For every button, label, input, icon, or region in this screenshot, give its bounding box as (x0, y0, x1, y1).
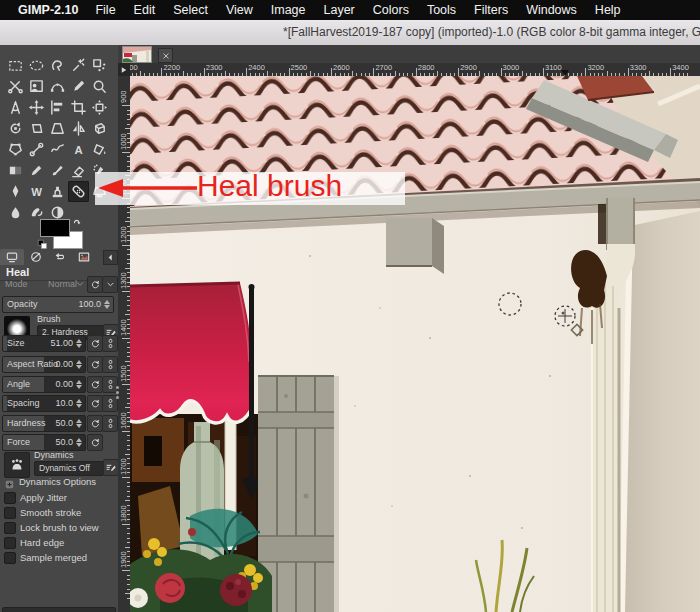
tool-paths[interactable] (47, 76, 68, 97)
sample-merged-checkbox[interactable] (4, 552, 16, 564)
hardness-spinner[interactable] (76, 418, 83, 429)
menu-app-title[interactable]: GIMP-2.10 (10, 3, 86, 17)
angle-spinner[interactable] (76, 379, 83, 390)
tool-blur-sharpen[interactable] (5, 202, 26, 223)
dock-tab-undo-history[interactable] (48, 249, 72, 265)
tool-pencil[interactable] (26, 160, 47, 181)
apply-jitter-checkbox[interactable] (4, 492, 16, 504)
reset-icon (90, 338, 101, 349)
mode-reset-button[interactable] (87, 276, 103, 293)
size-reset-button[interactable] (87, 335, 103, 352)
menu-item-layer[interactable]: Layer (315, 3, 364, 17)
tool-transform-3d[interactable] (89, 118, 110, 139)
angle-reset-button[interactable] (87, 376, 103, 393)
size-link-button[interactable] (102, 335, 118, 352)
tool-handle-transform[interactable] (26, 139, 47, 160)
dock-collapse-button[interactable] (103, 250, 118, 265)
tool-measure[interactable] (5, 97, 26, 118)
dock-tab-images[interactable] (72, 249, 96, 265)
corner-wall (622, 211, 700, 612)
tool-color-picker[interactable] (68, 76, 89, 97)
dock-splitter-handle[interactable] (116, 384, 120, 401)
tool-select-by-color[interactable] (89, 55, 110, 76)
spacing-spinner[interactable] (76, 398, 83, 409)
dynamics-name-field[interactable]: Dynamics Off (34, 461, 104, 476)
tool-eraser[interactable] (68, 160, 89, 181)
tool-foreground-select[interactable] (26, 76, 47, 97)
tool-flip[interactable] (68, 118, 89, 139)
hardness-reset-button[interactable] (87, 415, 103, 432)
tool-unified-transform[interactable] (89, 97, 110, 118)
size-spinner[interactable] (76, 338, 83, 349)
tool-text[interactable]: A (68, 139, 89, 160)
tool-mypaint-brush[interactable]: W (26, 181, 47, 202)
tool-fuzzy-select[interactable] (68, 55, 89, 76)
tool-ink[interactable] (5, 181, 26, 202)
menu-item-file[interactable]: File (86, 3, 124, 17)
tool-rectangle-select[interactable] (5, 55, 26, 76)
menu-item-colors[interactable]: Colors (364, 3, 418, 17)
tool-shear[interactable] (26, 118, 47, 139)
menu-item-help[interactable]: Help (586, 3, 630, 17)
hard-edge-checkbox[interactable] (4, 537, 16, 549)
force-slider[interactable]: Force50.0 (2, 434, 86, 451)
mode-menu-button[interactable] (102, 276, 118, 293)
swap-colors-icon[interactable] (72, 216, 85, 234)
ruler-corner-button[interactable] (118, 63, 130, 76)
tool-crop[interactable] (68, 97, 89, 118)
opacity-slider[interactable]: Opacity 100.0 (2, 296, 114, 313)
hardness-slider[interactable]: Hardness50.0 (2, 415, 86, 432)
force-reset-button[interactable] (87, 434, 103, 451)
tool-align[interactable] (47, 97, 68, 118)
chain-off-icon (105, 338, 116, 349)
menu-item-view[interactable]: View (217, 3, 262, 17)
aspect-ratio-reset-button[interactable] (87, 356, 103, 373)
mode-value[interactable]: Normal (48, 276, 77, 292)
size-slider[interactable]: Size51.00 (2, 335, 86, 352)
close-x-icon (161, 51, 171, 61)
image-tab-thumbnail[interactable] (122, 46, 152, 63)
force-spinner[interactable] (76, 437, 83, 448)
foreground-color-swatch[interactable] (40, 219, 70, 237)
menu-item-windows[interactable]: Windows (517, 3, 586, 17)
tool-heal[interactable] (68, 181, 89, 202)
hardness-link-button[interactable] (102, 415, 118, 432)
aspect-ratio-spinner[interactable] (76, 359, 83, 370)
angle-slider[interactable]: Angle0.00 (2, 376, 86, 393)
tool-bucket-fill[interactable] (89, 139, 110, 160)
menu-item-select[interactable]: Select (164, 3, 217, 17)
tool-gradient[interactable] (5, 160, 26, 181)
tool-warp-transform[interactable] (47, 139, 68, 160)
close-tab-icon[interactable] (158, 48, 173, 63)
horizontal-ruler[interactable]: 2100220023002400250026002700280029003000… (130, 63, 700, 77)
menu-item-image[interactable]: Image (262, 3, 315, 17)
dynamics-edit-button[interactable] (103, 459, 119, 476)
tool-move[interactable] (26, 97, 47, 118)
spacing-reset-button[interactable] (87, 395, 103, 412)
tool-free-select[interactable] (47, 55, 68, 76)
dock-tab-device-status[interactable] (24, 249, 48, 265)
aspect-ratio-slider[interactable]: Aspect Ratio0.00 (2, 356, 86, 373)
smooth-stroke-checkbox[interactable] (4, 507, 16, 519)
lock-brush-to-view-checkbox[interactable] (4, 522, 16, 534)
alignment-dropdown[interactable]: Alignment None (2, 607, 116, 612)
tool-cage-transform[interactable] (5, 139, 26, 160)
menu-item-filters[interactable]: Filters (465, 3, 517, 17)
dynamics-thumbnail[interactable] (4, 452, 30, 478)
title-bar[interactable]: *[FallHarvest2019-187 copy] (imported)-1… (0, 20, 700, 46)
tool-ellipse-select[interactable] (26, 55, 47, 76)
tool-paintbrush[interactable] (47, 160, 68, 181)
mode-dropdown[interactable] (74, 278, 86, 292)
spacing-slider[interactable]: Spacing10.0 (2, 395, 86, 412)
menu-item-tools[interactable]: Tools (418, 3, 465, 17)
canvas-photo[interactable] (130, 76, 700, 612)
menu-item-edit[interactable]: Edit (125, 3, 165, 17)
tool-scissors-select[interactable] (5, 76, 26, 97)
tool-clone[interactable] (47, 181, 68, 202)
tool-zoom[interactable] (89, 76, 110, 97)
tool-rotate[interactable] (5, 118, 26, 139)
tool-perspective[interactable] (47, 118, 68, 139)
opacity-spinner[interactable] (104, 299, 111, 310)
aspect-ratio-link-button[interactable] (102, 356, 118, 373)
dock-tab-tool-options[interactable] (0, 249, 24, 265)
